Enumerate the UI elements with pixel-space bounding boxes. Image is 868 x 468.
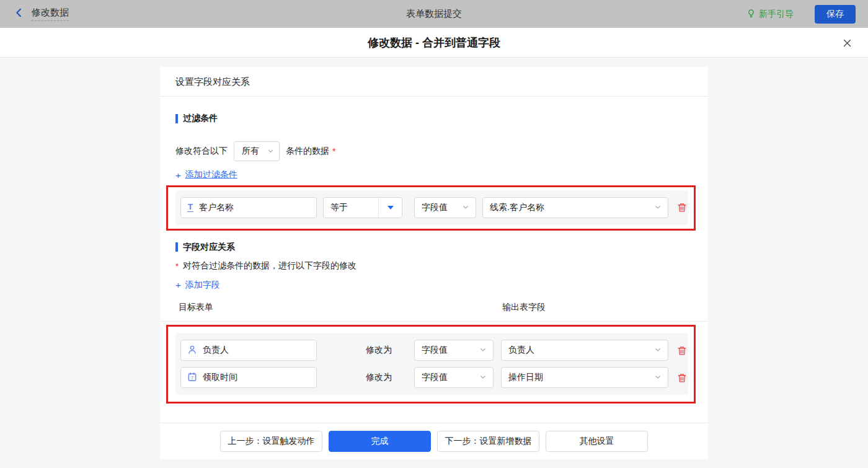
delete-trash-icon[interactable] bbox=[676, 201, 688, 213]
chevron-left-icon bbox=[14, 7, 24, 20]
card-header-title: 设置字段对应关系 bbox=[160, 67, 708, 97]
mapping-description: * 对符合过滤条件的数据，进行以下字段的修改 bbox=[175, 260, 708, 272]
target-field-input[interactable]: 负责人 bbox=[180, 340, 317, 361]
chevron-down-icon bbox=[654, 345, 662, 355]
modify-to-label: 修改为 bbox=[366, 372, 392, 383]
chevron-down-icon bbox=[462, 203, 469, 213]
chevron-down-icon bbox=[654, 203, 662, 213]
filter-row: T 客户名称 等于 字段值 线索.客户名称 bbox=[180, 197, 688, 218]
annotation-highlight-mapping: 负责人 修改为 字段值 负责人 bbox=[166, 325, 696, 404]
mapping-row: 7 领取时间 修改为 字段值 操作日期 bbox=[180, 367, 688, 388]
column-header-output: 输出表字段 bbox=[502, 302, 546, 313]
filter-section-title: 过滤条件 bbox=[175, 113, 708, 124]
mapping-rows-panel: 负责人 修改为 字段值 负责人 bbox=[175, 333, 688, 395]
add-field-link[interactable]: + 添加字段 bbox=[175, 280, 220, 291]
add-filter-condition-link[interactable]: + 添加过滤条件 bbox=[175, 169, 237, 180]
delete-trash-icon[interactable] bbox=[676, 372, 688, 384]
prev-step-button[interactable]: 上一步：设置触发动作 bbox=[220, 431, 322, 452]
chevron-down-icon bbox=[479, 373, 487, 382]
modify-to-label: 修改为 bbox=[366, 345, 392, 356]
page-title: 表单数据提交 bbox=[0, 8, 868, 20]
output-field-select[interactable]: 操作日期 bbox=[501, 367, 668, 388]
value-type-select[interactable]: 字段值 bbox=[414, 367, 494, 388]
lightbulb-icon bbox=[746, 9, 756, 20]
condition-logic-select[interactable]: 所有 bbox=[234, 141, 280, 161]
settings-card: 设置字段对应关系 过滤条件 修改符合以下 所有 条件的数据 * + 添加过滤条件 bbox=[160, 67, 708, 459]
column-header-target: 目标表单 bbox=[179, 302, 213, 312]
dropdown-arrow-button[interactable] bbox=[378, 198, 402, 218]
next-step-button[interactable]: 下一步：设置新增数据 bbox=[437, 431, 539, 452]
section-marker bbox=[175, 114, 178, 123]
beginner-guide-link[interactable]: 新手引导 bbox=[746, 9, 794, 20]
other-settings-button[interactable]: 其他设置 bbox=[546, 431, 648, 452]
dialog-body: 设置字段对应关系 过滤条件 修改符合以下 所有 条件的数据 * + 添加过滤条件 bbox=[0, 58, 868, 468]
plus-icon: + bbox=[175, 170, 181, 180]
condition-sentence: 修改符合以下 所有 条件的数据 * bbox=[175, 141, 708, 161]
dialog-title: 修改数据 - 合并到普通字段 bbox=[368, 35, 500, 50]
top-bar: 表单数据提交 修改数据 新手引导 保存 bbox=[0, 0, 868, 28]
dialog-header: 修改数据 - 合并到普通字段 bbox=[0, 28, 868, 58]
dialog-footer: 上一步：设置触发动作 完成 下一步：设置新增数据 其他设置 bbox=[160, 423, 708, 459]
text-field-icon: T bbox=[187, 203, 193, 212]
delete-trash-icon[interactable] bbox=[676, 345, 688, 356]
mapping-column-headers: 目标表单 输出表字段 bbox=[160, 302, 708, 322]
triangle-down-icon bbox=[388, 206, 394, 210]
user-icon bbox=[187, 345, 197, 356]
condition-suffix: 条件的数据 bbox=[286, 146, 329, 157]
required-asterisk: * bbox=[332, 146, 335, 156]
target-field-input[interactable]: 7 领取时间 bbox=[180, 367, 317, 388]
beginner-guide-label: 新手引导 bbox=[759, 9, 794, 20]
value-type-select[interactable]: 字段值 bbox=[414, 197, 476, 218]
filter-rows-panel: T 客户名称 等于 字段值 线索.客户名称 bbox=[175, 190, 688, 225]
back-button[interactable] bbox=[14, 7, 24, 20]
value-select[interactable]: 线索.客户名称 bbox=[482, 197, 668, 218]
output-field-select[interactable]: 负责人 bbox=[501, 340, 668, 361]
done-button[interactable]: 完成 bbox=[329, 431, 431, 452]
save-button[interactable]: 保存 bbox=[815, 5, 856, 24]
close-icon[interactable] bbox=[841, 37, 853, 49]
plus-icon: + bbox=[175, 280, 181, 290]
chevron-down-icon bbox=[654, 373, 662, 382]
condition-prefix: 修改符合以下 bbox=[175, 146, 228, 157]
chevron-down-icon bbox=[479, 345, 487, 355]
chevron-down-icon bbox=[267, 146, 274, 156]
breadcrumb-current[interactable]: 修改数据 bbox=[32, 7, 69, 21]
section-marker bbox=[175, 242, 178, 252]
svg-text:7: 7 bbox=[191, 376, 193, 380]
filter-field-input[interactable]: T 客户名称 bbox=[180, 197, 317, 218]
required-asterisk: * bbox=[175, 260, 179, 271]
calendar-icon: 7 bbox=[187, 372, 197, 384]
mapping-row: 负责人 修改为 字段值 负责人 bbox=[180, 340, 688, 361]
annotation-highlight-filter: T 客户名称 等于 字段值 线索.客户名称 bbox=[166, 185, 696, 231]
mapping-section-title: 字段对应关系 bbox=[175, 242, 708, 253]
value-type-select[interactable]: 字段值 bbox=[414, 340, 494, 361]
operator-select[interactable]: 等于 bbox=[323, 197, 402, 218]
